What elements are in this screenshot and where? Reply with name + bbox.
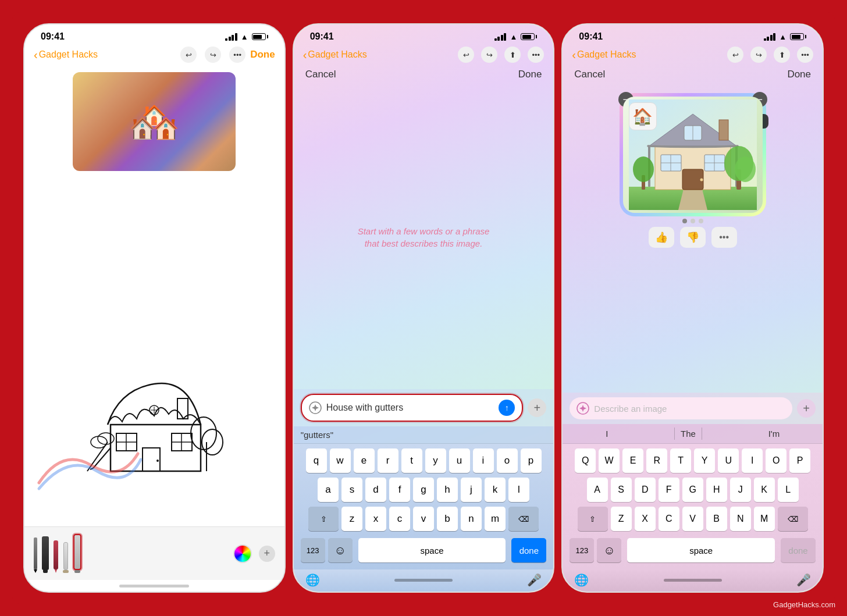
key-M-3[interactable]: M — [754, 507, 775, 531]
key-h-2[interactable]: h — [437, 478, 458, 502]
space-key-3[interactable]: space — [627, 538, 775, 562]
plus-button-3[interactable]: + — [797, 399, 816, 418]
color-wheel-button[interactable] — [233, 544, 252, 563]
pencil-tool[interactable] — [34, 537, 37, 573]
key-Y-3[interactable]: Y — [694, 448, 715, 473]
add-tool-button[interactable]: + — [259, 546, 275, 562]
nav-back-2[interactable]: ‹ Gadget Hacks — [303, 48, 454, 62]
auto-word-the-3[interactable]: The — [674, 428, 702, 440]
space-key-2[interactable]: space — [358, 538, 506, 562]
key-m-2[interactable]: m — [485, 507, 506, 531]
num-key-3[interactable]: 123 — [570, 538, 594, 562]
key-o-2[interactable]: o — [497, 448, 518, 473]
key-n-2[interactable]: n — [461, 507, 482, 531]
cancel-button-2[interactable]: Cancel — [305, 69, 336, 80]
undo-button-3[interactable]: ↩ — [727, 47, 743, 63]
send-button-2[interactable]: ↑ — [499, 400, 515, 416]
key-q-2[interactable]: q — [306, 448, 327, 473]
redo-button-2[interactable]: ↪ — [481, 47, 497, 63]
share-button-2[interactable]: ⬆ — [504, 47, 521, 63]
eraser-tool[interactable] — [63, 542, 69, 573]
undo-button-1[interactable]: ↩ — [180, 47, 197, 63]
auto-word-i-3[interactable]: I — [600, 428, 614, 440]
key-X-3[interactable]: X — [635, 507, 656, 531]
pen-tool[interactable] — [54, 540, 58, 573]
key-W-3[interactable]: W — [599, 448, 620, 473]
num-key-2[interactable]: 123 — [301, 538, 325, 562]
key-Z-3[interactable]: Z — [611, 507, 632, 531]
key-O-3[interactable]: O — [766, 448, 787, 473]
shift-key-3[interactable]: ⇧ — [578, 507, 608, 531]
key-y-2[interactable]: y — [425, 448, 446, 473]
key-Q-3[interactable]: Q — [575, 448, 596, 473]
key-H-3[interactable]: H — [706, 478, 727, 502]
key-l-2[interactable]: l — [508, 478, 529, 502]
nav-back-1[interactable]: ‹ Gadget Hacks — [34, 48, 176, 62]
key-P-3[interactable]: P — [789, 448, 810, 473]
shift-key-2[interactable]: ⇧ — [308, 507, 339, 531]
more-button-2[interactable]: ••• — [528, 47, 544, 63]
selected-tool[interactable] — [73, 534, 81, 573]
key-E-3[interactable]: E — [622, 448, 643, 473]
done-button-1[interactable]: Done — [250, 49, 275, 60]
key-k-2[interactable]: k — [485, 478, 506, 502]
key-j-2[interactable]: j — [461, 478, 482, 502]
key-t-2[interactable]: t — [401, 448, 422, 473]
marker-tool[interactable] — [42, 536, 49, 573]
more-button-3[interactable]: ••• — [797, 47, 813, 63]
plus-button-2[interactable]: + — [528, 398, 546, 417]
key-I-3[interactable]: I — [742, 448, 763, 473]
key-B-3[interactable]: B — [706, 507, 727, 531]
auto-word-im-3[interactable]: I'm — [763, 428, 786, 440]
redo-button-1[interactable]: ↪ — [205, 47, 221, 63]
key-G-3[interactable]: G — [682, 478, 703, 502]
key-T-3[interactable]: T — [670, 448, 691, 473]
key-L-3[interactable]: L — [778, 478, 799, 502]
key-i-2[interactable]: i — [473, 448, 494, 473]
mic-key-2[interactable]: 🎤 — [527, 573, 542, 587]
done-button-3[interactable]: Done — [787, 69, 811, 80]
key-r-2[interactable]: r — [378, 448, 398, 473]
key-J-3[interactable]: J — [730, 478, 751, 502]
mic-key-3[interactable]: 🎤 — [796, 573, 811, 587]
share-button-3[interactable]: ⬆ — [774, 47, 790, 63]
text-input-box-3[interactable]: Describe an image — [570, 397, 792, 419]
globe-key-3[interactable]: 🌐 — [574, 573, 589, 587]
text-input-box-2[interactable]: House with gutters ↑ — [301, 394, 524, 422]
emoji-key-3[interactable]: ☺ — [597, 538, 621, 562]
key-K-3[interactable]: K — [754, 478, 775, 502]
key-u-2[interactable]: u — [449, 448, 470, 473]
done-key-2[interactable]: done — [511, 538, 546, 562]
key-v-2[interactable]: v — [413, 507, 434, 531]
key-d-2[interactable]: d — [365, 478, 386, 502]
key-g-2[interactable]: g — [413, 478, 434, 502]
key-N-3[interactable]: N — [730, 507, 751, 531]
done-key-3[interactable]: done — [781, 538, 816, 562]
key-s-2[interactable]: s — [341, 478, 362, 502]
key-c-2[interactable]: c — [389, 507, 410, 531]
key-a-2[interactable]: a — [318, 478, 339, 502]
key-V-3[interactable]: V — [682, 507, 703, 531]
key-D-3[interactable]: D — [635, 478, 656, 502]
delete-key-3[interactable]: ⌫ — [778, 507, 808, 531]
key-p-2[interactable]: p — [521, 448, 542, 473]
more-button-1[interactable]: ••• — [229, 47, 245, 63]
drawing-area-1[interactable]: 🏘️ — [24, 67, 284, 526]
more-feedback-button-3[interactable]: ••• — [711, 227, 737, 248]
key-F-3[interactable]: F — [659, 478, 679, 502]
nav-back-3[interactable]: ‹ Gadget Hacks — [572, 48, 723, 62]
key-f-2[interactable]: f — [389, 478, 410, 502]
cancel-button-3[interactable]: Cancel — [574, 69, 605, 80]
delete-key-2[interactable]: ⌫ — [508, 507, 539, 531]
autocomplete-suggestion-2[interactable]: "gutters" — [301, 430, 334, 440]
key-A-3[interactable]: A — [587, 478, 608, 502]
redo-button-3[interactable]: ↪ — [750, 47, 767, 63]
key-U-3[interactable]: U — [718, 448, 739, 473]
key-x-2[interactable]: x — [365, 507, 386, 531]
key-S-3[interactable]: S — [611, 478, 632, 502]
key-C-3[interactable]: C — [659, 507, 679, 531]
thumbs-up-button-3[interactable]: 👍 — [649, 227, 674, 248]
undo-button-2[interactable]: ↩ — [458, 47, 474, 63]
key-w-2[interactable]: w — [330, 448, 351, 473]
thumbs-down-button-3[interactable]: 👎 — [680, 227, 706, 248]
